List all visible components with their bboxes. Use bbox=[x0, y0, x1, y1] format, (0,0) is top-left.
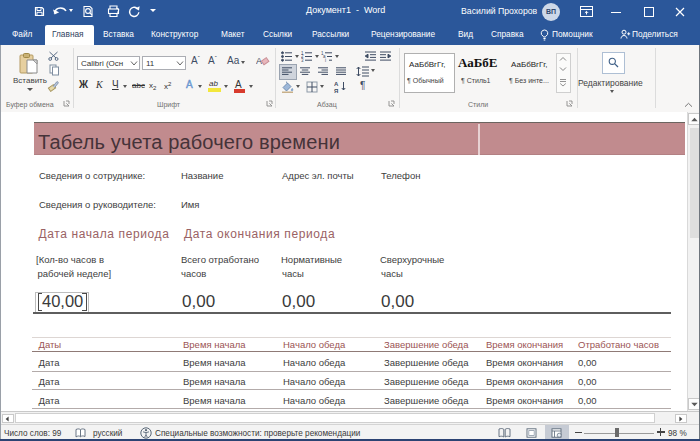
svg-text:3: 3 bbox=[301, 58, 304, 62]
svg-text:Я: Я bbox=[334, 88, 338, 94]
svg-text:А: А bbox=[334, 81, 339, 87]
svg-text:i: i bbox=[325, 58, 326, 62]
